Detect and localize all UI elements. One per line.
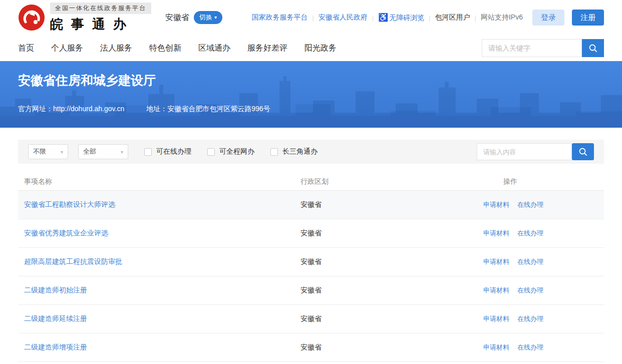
table-row: 二级建造师增项注册 安徽省 申请材料 在线办理	[18, 333, 604, 362]
table-row: 超限高层建筑工程抗震设防审批 安徽省 申请材料 在线办理	[18, 248, 604, 276]
chevron-down-icon: ▾	[61, 149, 63, 155]
online-handle-link[interactable]: 在线办理	[517, 343, 543, 352]
site-logo[interactable]	[18, 4, 45, 31]
link-provincial-gov[interactable]: 安徽省人民政府	[319, 13, 368, 22]
region-label: 安徽省	[165, 13, 189, 23]
platform-banner: 全国一体化在线政务服务平台	[50, 3, 151, 14]
table-row: 二级建造师延续注册 安徽省 申请材料 在线办理	[18, 305, 604, 333]
column-header-region: 行政区划	[294, 177, 477, 186]
link-ipv6[interactable]: 网站支持IPv6	[481, 13, 523, 22]
apply-materials-link[interactable]: 申请材料	[483, 229, 509, 238]
content-search-input[interactable]	[477, 143, 572, 160]
top-header: 全国一体化在线政务服务平台 皖事通办 安徽省 切换 ▾ 国家政务服务平台 | 安…	[0, 0, 622, 35]
divider: |	[429, 14, 430, 22]
service-region: 安徽省	[294, 286, 477, 295]
filter-search	[477, 143, 594, 160]
service-name-link[interactable]: 超限高层建筑工程抗震设防审批	[24, 257, 122, 265]
accessibility-icon: ♿	[378, 13, 388, 22]
main-nav: 首页 个人服务 法人服务 特色创新 区域通办 服务好差评 阳光政务	[0, 35, 622, 61]
nav-item-innovation[interactable]: 特色创新	[149, 43, 181, 54]
apply-materials-link[interactable]: 申请材料	[483, 286, 509, 295]
table-row: 安徽省优秀建筑业企业评选 安徽省 申请材料 在线办理	[18, 219, 604, 248]
services-table: 事项名称 行政区划 操作 安徽省工程勘察设计大师评选 安徽省 申请材料 在线办理…	[18, 173, 604, 362]
region-switch-button[interactable]: 切换 ▾	[194, 11, 222, 24]
service-name-link[interactable]: 安徽省优秀建筑业企业评选	[24, 229, 108, 237]
header-links: 国家政务服务平台 | 安徽省人民政府 | ♿无障碍浏览 | 包河区用户 | 网站…	[251, 10, 604, 26]
region-switch: 安徽省 切换 ▾	[165, 11, 222, 24]
content-search-button[interactable]	[572, 143, 594, 160]
chevron-down-icon: ▾	[121, 149, 123, 155]
nav-item-regional[interactable]: 区域通办	[198, 43, 230, 54]
nav-item-open-gov[interactable]: 阳光政务	[304, 43, 337, 54]
filter-bar: 不限 ▾ 全部 ▾ 可在线办理 可全程网办 长三角通办	[18, 140, 604, 164]
service-name-link[interactable]: 安徽省工程勘察设计大师评选	[24, 200, 115, 208]
table-row: 二级建造师初始注册 安徽省 申请材料 在线办理	[18, 276, 604, 305]
service-region: 安徽省	[294, 229, 477, 238]
service-name-link[interactable]: 二级建造师增项注册	[24, 343, 87, 351]
checkbox-label: 长三角通办	[282, 147, 318, 156]
column-header-name: 事项名称	[18, 177, 294, 186]
official-website: 官方网址：http://dohurd.ah.gov.cn	[18, 105, 124, 114]
online-handle-link[interactable]: 在线办理	[517, 229, 543, 238]
accessibility-label: 无障碍浏览	[389, 14, 424, 22]
service-name-link[interactable]: 二级建造师延续注册	[24, 314, 87, 322]
column-header-actions: 操作	[477, 177, 604, 186]
table-row: 安徽省工程勘察设计大师评选 安徽省 申请材料 在线办理	[18, 191, 604, 219]
filter-yangtze-delta[interactable]: 长三角通办	[270, 147, 318, 156]
checkbox-label: 可全程网办	[219, 147, 254, 156]
nav-item-personal[interactable]: 个人服务	[51, 43, 83, 54]
checkbox-icon[interactable]	[207, 148, 215, 156]
apply-materials-link[interactable]: 申请材料	[483, 257, 509, 266]
logo-icon	[18, 4, 45, 31]
online-handle-link[interactable]: 在线办理	[517, 257, 543, 266]
switch-label: 切换	[199, 13, 212, 22]
online-handle-link[interactable]: 在线办理	[517, 286, 543, 295]
service-region: 安徽省	[294, 200, 477, 209]
region-filter-value: 不限	[33, 147, 46, 156]
department-info: 官方网址：http://dohurd.ah.gov.cn 地址：安徽省合肥市包河…	[18, 105, 604, 114]
search-icon	[578, 147, 588, 157]
nav-item-feedback[interactable]: 服务好差评	[247, 43, 287, 54]
hero-banner: 安徽省住房和城乡建设厅 官方网址：http://dohurd.ah.gov.cn…	[0, 61, 622, 128]
checkbox-icon[interactable]	[270, 148, 278, 156]
checkbox-icon[interactable]	[144, 148, 152, 156]
link-district-user[interactable]: 包河区用户	[435, 13, 470, 22]
keyword-search-button[interactable]	[582, 39, 604, 57]
service-region: 安徽省	[294, 257, 477, 266]
table-header: 事项名称 行政区划 操作	[18, 173, 604, 191]
register-button[interactable]: 注册	[572, 10, 604, 26]
nav-item-legal[interactable]: 法人服务	[100, 43, 132, 54]
brand-block: 全国一体化在线政务服务平台 皖事通办	[50, 3, 151, 33]
search-icon	[588, 43, 598, 53]
apply-materials-link[interactable]: 申请材料	[483, 343, 509, 352]
category-filter-value: 全部	[83, 147, 96, 156]
divider: |	[312, 14, 314, 22]
site-name: 皖事通办	[50, 16, 151, 33]
filter-fully-online[interactable]: 可全程网办	[207, 147, 254, 156]
region-filter-dropdown[interactable]: 不限 ▾	[28, 144, 68, 159]
service-region: 安徽省	[294, 314, 477, 323]
nav-search	[482, 39, 604, 57]
divider: |	[372, 14, 374, 22]
login-button[interactable]: 登录	[532, 10, 564, 26]
divider: |	[475, 14, 476, 22]
chevron-down-icon: ▾	[214, 15, 217, 20]
category-filter-dropdown[interactable]: 全部 ▾	[78, 144, 128, 159]
checkbox-label: 可在线办理	[156, 147, 191, 156]
service-name-link[interactable]: 二级建造师初始注册	[24, 286, 87, 294]
apply-materials-link[interactable]: 申请材料	[483, 200, 509, 209]
link-national-platform[interactable]: 国家政务服务平台	[251, 13, 307, 22]
online-handle-link[interactable]: 在线办理	[517, 200, 543, 209]
department-title: 安徽省住房和城乡建设厅	[18, 72, 604, 89]
filter-online-available[interactable]: 可在线办理	[144, 147, 191, 156]
online-handle-link[interactable]: 在线办理	[517, 314, 543, 323]
link-accessibility[interactable]: ♿无障碍浏览	[378, 13, 424, 23]
nav-item-home[interactable]: 首页	[18, 43, 34, 54]
apply-materials-link[interactable]: 申请材料	[483, 314, 509, 323]
keyword-search-input[interactable]	[482, 39, 582, 57]
department-address: 地址：安徽省合肥市包河区紫云路996号	[146, 105, 270, 114]
service-region: 安徽省	[294, 343, 477, 352]
